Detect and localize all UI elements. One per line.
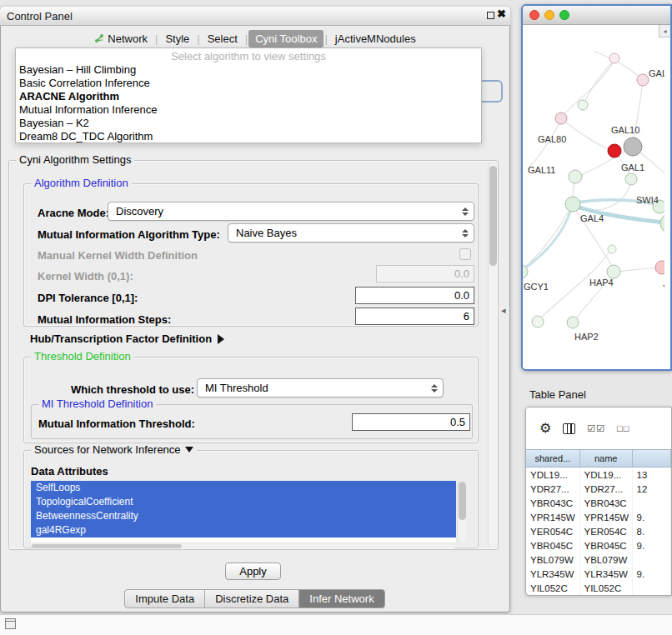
network-node[interactable] <box>655 261 664 274</box>
network-node-label: HAP4 <box>589 278 614 288</box>
network-graph[interactable]: GALGAL80GAL10GAL11GAL1SWI4GAL4GCY1HAP4HA… <box>523 25 664 367</box>
minimized-panel-icon[interactable] <box>5 618 16 629</box>
hub-definition-toggle[interactable]: Hub/Transcription Factor Definition <box>30 332 224 345</box>
algorithm-option-aracne-algorithm[interactable]: ARACNE Algorithm <box>16 90 481 103</box>
table-row[interactable]: YPR145WYPR145W9. <box>526 510 671 524</box>
network-node[interactable] <box>555 112 567 124</box>
mi-algorithm-type-select[interactable]: Naive Bayes <box>228 223 474 242</box>
which-threshold-select[interactable]: MI Threshold <box>197 378 444 398</box>
table-cell: YDL19... <box>526 468 580 482</box>
network-node[interactable] <box>569 170 582 183</box>
network-node[interactable] <box>532 316 544 328</box>
algorithm-option-bayesian-hill-climbing[interactable]: Bayesian – Hill Climbing <box>16 63 481 77</box>
attributes-scrollbar-thumb[interactable] <box>459 482 466 520</box>
attribute-item-selfloops[interactable]: SelfLoops <box>31 481 456 495</box>
algorithm-option-dream8-dc-tdc-algorithm[interactable]: Dream8 DC_TDC Algorithm <box>16 130 481 143</box>
network-edge[interactable] <box>583 60 614 105</box>
tab-style[interactable]: Style <box>158 30 196 48</box>
attribute-item-betweennesscentrality[interactable]: BetweennessCentrality <box>31 509 456 523</box>
attributes-scrollbar[interactable] <box>457 481 466 542</box>
network-edge[interactable] <box>523 209 571 271</box>
network-node-label: SWI4 <box>636 195 659 205</box>
table-row[interactable]: YBR043CYBR043C <box>526 496 671 510</box>
network-node[interactable] <box>637 74 649 86</box>
settings-scrollbar[interactable] <box>488 163 497 547</box>
zoom-traffic-light-icon[interactable] <box>559 10 569 20</box>
columns-icon[interactable] <box>563 423 575 434</box>
mi-threshold-definition-title: MI Threshold Definition <box>38 398 156 410</box>
close-window-icon[interactable]: ✖ <box>497 8 506 20</box>
table-row[interactable]: YBL079WYBL079W <box>526 552 671 567</box>
network-node[interactable] <box>609 53 619 63</box>
float-window-icon[interactable] <box>487 12 494 19</box>
clear-checkboxes-icon[interactable]: □□ <box>617 423 629 433</box>
aracne-mode-select[interactable]: Discovery <box>108 202 474 221</box>
network-canvas[interactable]: GALGAL80GAL10GAL11GAL1SWI4GAL4GCY1HAP4HA… <box>523 25 670 369</box>
network-edge[interactable] <box>633 82 643 147</box>
table-row[interactable]: YDL19...YDL19...13 <box>526 468 671 482</box>
dpi-tolerance-field[interactable] <box>355 287 474 304</box>
table-row[interactable]: YIL052CYIL052C <box>526 581 671 595</box>
table-cell: YBR043C <box>526 496 580 510</box>
network-node[interactable] <box>608 245 616 253</box>
attributes-hscrollbar[interactable] <box>32 544 455 548</box>
close-traffic-light-icon[interactable] <box>529 10 539 20</box>
table-row[interactable]: YBR045CYBR045C9. <box>526 538 671 552</box>
table-row[interactable]: YLR345WYLR345W9. <box>526 567 671 581</box>
tab-jactivemnodules[interactable]: jActiveMNodules <box>328 30 423 48</box>
network-node-label: GAL4 <box>580 213 604 223</box>
column-header-2[interactable] <box>633 450 671 467</box>
attributes-hscrollbar-thumb[interactable] <box>32 544 182 548</box>
tab-network[interactable]: Network <box>88 30 154 48</box>
table-cell: YLR345W <box>580 567 633 581</box>
minimize-traffic-light-icon[interactable] <box>544 10 554 20</box>
column-header-name[interactable]: name <box>580 450 633 467</box>
panel-collapse-arrow[interactable]: ◂ <box>501 305 506 316</box>
bottom-tab-discretize-data[interactable]: Discretize Data <box>204 589 299 608</box>
table-cell: YBR045C <box>580 538 633 552</box>
table-cell: 12 <box>633 482 672 496</box>
table-cell: YIL052C <box>580 581 633 595</box>
table-toolbar: ⚙ ☑☑ □□ <box>526 408 671 449</box>
network-icon <box>94 33 104 43</box>
table-panel-title: Table Panel <box>529 388 586 401</box>
settings-scrollbar-thumb[interactable] <box>489 166 497 266</box>
bottom-tab-impute-data[interactable]: Impute Data <box>124 589 205 608</box>
apply-button[interactable]: Apply <box>225 562 281 580</box>
tab-select[interactable]: Select <box>201 30 244 48</box>
algorithm-option-bayesian-k2[interactable]: Bayesian – K2 <box>16 117 481 130</box>
network-window-titlebar[interactable] <box>523 6 670 25</box>
network-edge[interactable] <box>561 118 609 149</box>
network-edge[interactable] <box>523 207 571 271</box>
attribute-item-topologicalcoefficient[interactable]: TopologicalCoefficient <box>31 495 456 509</box>
network-node[interactable] <box>567 317 579 328</box>
network-scrollbar-arrow-icon[interactable]: ◂ <box>659 25 670 38</box>
network-node-label: Y <box>663 283 664 293</box>
network-node[interactable] <box>660 213 664 233</box>
mi-steps-field[interactable] <box>355 308 474 325</box>
mi-threshold-field[interactable] <box>352 413 470 431</box>
sources-title-text: Sources for Network Inference <box>34 443 181 456</box>
gear-icon[interactable]: ⚙ <box>539 422 551 435</box>
network-node[interactable] <box>565 197 580 212</box>
algorithm-option-mutual-information-inference[interactable]: Mutual Information Inference <box>16 103 481 117</box>
select-all-checkboxes-icon[interactable]: ☑☑ <box>587 423 605 434</box>
network-node[interactable] <box>624 138 642 156</box>
table-body: YDL19...YDL19...13YDR27...YDR27...12YBR0… <box>526 468 671 595</box>
tab-cyni-toolbox[interactable]: Cyni Toolbox <box>248 30 323 48</box>
network-node[interactable] <box>578 100 588 110</box>
table-row[interactable]: YER054CYER054C8. <box>526 524 671 538</box>
sources-group-title[interactable]: Sources for Network Inference <box>31 443 197 456</box>
network-node[interactable] <box>607 265 620 278</box>
column-header-shared[interactable]: shared... <box>526 450 580 467</box>
bottom-tab-infer-network[interactable]: Infer Network <box>298 589 384 608</box>
attribute-item-gal4rgexp[interactable]: gal4RGexp <box>31 523 456 538</box>
network-node[interactable] <box>625 173 637 185</box>
table-row[interactable]: YDR27...YDR27...12 <box>526 482 671 496</box>
network-edge[interactable] <box>616 268 660 272</box>
table-cell: YBR043C <box>580 496 633 510</box>
control-panel-titlebar[interactable]: Control Panel <box>0 7 510 26</box>
algorithm-option-basic-correlation-inference[interactable]: Basic Correlation Inference <box>16 77 481 90</box>
network-node[interactable] <box>608 144 621 158</box>
algorithm-dropdown-popup: Select algorithm to view settings Bayesi… <box>15 48 482 143</box>
